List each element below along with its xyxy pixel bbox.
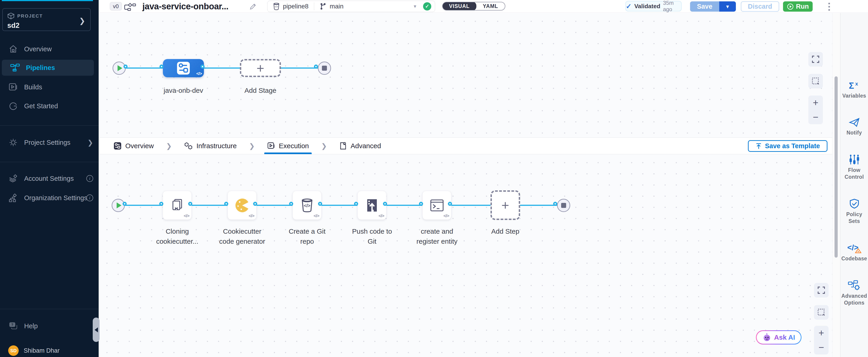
chevron-right-icon: ❯	[321, 142, 327, 150]
execution-start-node[interactable]	[112, 199, 125, 212]
run-label: Run	[796, 3, 809, 10]
tab-execution[interactable]: Execution	[264, 138, 312, 154]
select-mode-button[interactable]	[808, 74, 823, 88]
panel-item-variables[interactable]: Σx Variables	[842, 81, 866, 99]
project-name: sd2	[7, 22, 86, 30]
pipeline-start-node[interactable]	[113, 62, 126, 75]
sidebar-item-label: Help	[24, 322, 38, 330]
builds-icon	[8, 83, 18, 91]
avatar: SD	[8, 346, 19, 356]
tab-overview[interactable]: Overview	[111, 138, 156, 154]
save-menu-caret[interactable]: ▾	[719, 1, 736, 11]
tab-infrastructure[interactable]: Infrastructure	[181, 138, 240, 154]
sidebar-item-organization-settings[interactable]: Organization Settings i	[0, 190, 99, 206]
sidebar-item-pipelines[interactable]: Pipelines	[2, 60, 94, 76]
cookiecutter-icon	[234, 198, 250, 213]
execution-end-node[interactable]	[557, 199, 570, 212]
sidebar-item-label: Builds	[24, 84, 42, 91]
zoom-out-button[interactable]: −	[814, 340, 829, 355]
git-push-icon	[365, 198, 379, 213]
save-button[interactable]: Save	[690, 1, 719, 11]
sidebar-item-account-settings[interactable]: Account Settings i	[0, 171, 99, 186]
info-icon: i	[86, 195, 93, 201]
svg-text:</>: </>	[304, 203, 310, 208]
step-cookiecutter-generator[interactable]: </>	[227, 191, 256, 220]
sidebar-item-overview[interactable]: Overview	[0, 41, 99, 57]
panel-item-flow-control[interactable]: FlowControl	[844, 154, 864, 180]
sidebar-collapse-handle[interactable]	[93, 318, 99, 342]
fullscreen-button[interactable]	[808, 52, 823, 66]
step-push-code-to-git[interactable]: </>	[358, 191, 386, 220]
visual-yaml-toggle[interactable]: VISUAL YAML	[442, 2, 505, 10]
branch-select[interactable]: main	[314, 2, 349, 10]
help-chat-icon: ?	[8, 322, 18, 331]
ask-ai-button[interactable]: Ask AI	[756, 330, 802, 345]
code-badge-icon: </>	[196, 71, 202, 76]
add-step-button[interactable]: +	[491, 190, 520, 220]
project-selector[interactable]: PROJECT sd2 ❯	[2, 8, 91, 31]
connector-port	[123, 202, 127, 206]
stage-label: java-onb-dev	[156, 86, 211, 95]
step-cloning-cookiecutter[interactable]: </>	[163, 191, 192, 220]
save-as-template-label: Save as Template	[765, 142, 820, 150]
step-create-git-repo[interactable]: </> </>	[292, 191, 321, 220]
connector-port	[289, 202, 293, 206]
select-mode-button[interactable]	[814, 305, 829, 320]
sidebar-item-get-started[interactable]: Get Started	[0, 98, 99, 114]
validated-badge[interactable]: ✓ Validated 35m ago	[625, 1, 682, 11]
pipeline-select[interactable]: </> pipeline8	[268, 2, 314, 10]
step-create-register-entity[interactable]: </>	[423, 191, 451, 220]
marquee-select-icon	[811, 77, 820, 85]
panel-item-advanced-options[interactable]: AdvancedOptions	[841, 280, 867, 306]
zoom-in-button[interactable]: +	[808, 95, 823, 110]
add-stage-button[interactable]: +	[240, 59, 281, 77]
panel-item-policy-sets[interactable]: PolicySets	[846, 199, 862, 225]
connector-port	[253, 202, 257, 206]
panel-item-codebase[interactable]: </> Codebase	[841, 243, 867, 262]
sidebar-item-label: Overview	[24, 46, 52, 53]
tab-label: Overview	[125, 142, 154, 150]
user-menu[interactable]: SD Shibam Dhar	[0, 343, 99, 357]
run-play-icon	[787, 3, 794, 10]
chevron-down-icon[interactable]: ▾	[414, 3, 416, 9]
overview-tab-icon	[114, 142, 122, 150]
code-badge-icon: </>	[184, 213, 189, 218]
repo-icon: </>	[273, 2, 280, 10]
org-gear-icon	[8, 193, 18, 203]
more-options-kebab[interactable]	[825, 2, 834, 11]
vertical-scrollbar[interactable]	[835, 77, 838, 258]
toggle-visual[interactable]: VISUAL	[442, 2, 476, 10]
run-button[interactable]: Run	[783, 1, 813, 11]
pipeline-tag-icon	[124, 2, 136, 11]
sidebar-item-help[interactable]: ? Help	[0, 318, 99, 334]
pipelines-icon	[10, 64, 20, 72]
stage-canvas[interactable]: </> + java-onb-dev Add Stage + −	[99, 13, 832, 138]
home-icon	[8, 44, 18, 54]
connector-port	[383, 202, 387, 206]
panel-item-notify[interactable]: Notify	[846, 117, 862, 136]
git-repo-icon: </>	[300, 198, 314, 213]
tab-label: Execution	[279, 142, 309, 150]
save-as-template-button[interactable]: Save as Template	[748, 140, 828, 152]
advanced-tab-icon	[339, 142, 347, 150]
fullscreen-button[interactable]	[814, 283, 829, 298]
toggle-yaml[interactable]: YAML	[476, 2, 505, 10]
step-label: Create a Gitrepo	[278, 227, 337, 246]
stage-node-java-onb-dev[interactable]: </>	[163, 59, 204, 77]
edit-pencil-icon[interactable]	[249, 3, 257, 10]
zoom-out-button[interactable]: −	[808, 110, 823, 124]
connector-port	[159, 64, 163, 69]
discard-button[interactable]: Discard	[741, 1, 779, 11]
code-badge-icon: </>	[443, 213, 449, 218]
custom-stage-icon	[176, 61, 190, 75]
zoom-in-button[interactable]: +	[814, 326, 829, 340]
execution-canvas[interactable]: </> </> </> </> </> </> + Cloningcookiec…	[99, 154, 832, 357]
sidebar-item-project-settings[interactable]: Project Settings ❯	[0, 135, 99, 150]
connector-port	[318, 202, 322, 206]
pipeline-end-node[interactable]	[318, 62, 331, 75]
sidebar-item-label: Account Settings	[24, 175, 74, 182]
zoom-controls: + −	[814, 326, 829, 355]
sidebar-item-builds[interactable]: Builds	[0, 79, 99, 95]
tab-advanced[interactable]: Advanced	[337, 138, 384, 154]
sidebar-divider	[0, 162, 99, 162]
